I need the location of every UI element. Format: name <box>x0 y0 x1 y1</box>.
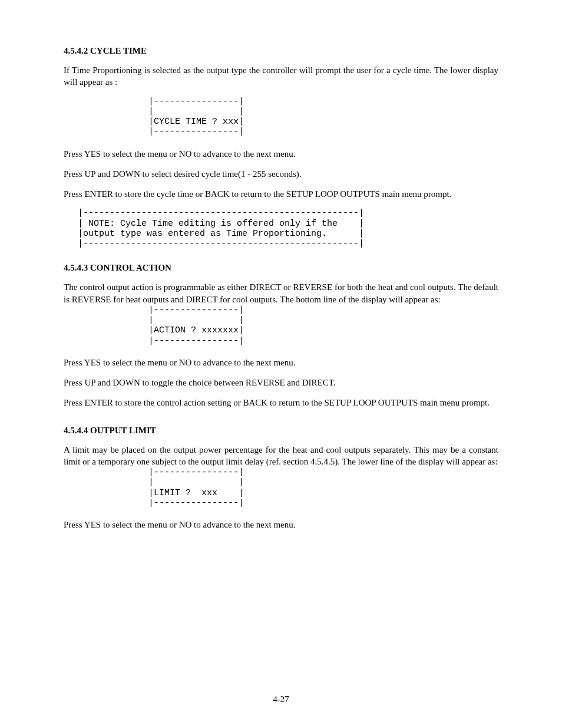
body-paragraph: Press YES to select the menu or NO to ad… <box>64 519 498 531</box>
display-box-action: |----------------| | | |ACTION ? xxxxxxx… <box>64 305 498 346</box>
body-paragraph: If Time Proportioning is selected as the… <box>64 64 498 88</box>
body-paragraph: The control output action is programmabl… <box>64 281 498 305</box>
body-paragraph: A limit may be placed on the output powe… <box>64 444 498 468</box>
body-paragraph: Press YES to select the menu or NO to ad… <box>64 148 498 160</box>
body-paragraph: Press ENTER to store the cycle time or B… <box>64 188 498 200</box>
page: 4.5.4.2 CYCLE TIME If Time Proportioning… <box>0 0 562 728</box>
section-heading-cycle-time: 4.5.4.2 CYCLE TIME <box>64 46 498 56</box>
body-paragraph: Press UP and DOWN to select desired cycl… <box>64 168 498 180</box>
page-number: 4-27 <box>0 694 562 704</box>
body-paragraph: Press ENTER to store the control action … <box>64 397 498 409</box>
section-heading-control-action: 4.5.4.3 CONTROL ACTION <box>64 263 498 273</box>
section-heading-output-limit: 4.5.4.4 OUTPUT LIMIT <box>64 426 498 436</box>
display-box-limit: |----------------| | | |LIMIT ? xxx | |-… <box>64 467 498 508</box>
note-box: |---------------------------------------… <box>64 208 498 249</box>
display-box-cycle-time: |----------------| | | |CYCLE TIME ? xxx… <box>64 97 498 137</box>
body-paragraph: Press UP and DOWN to toggle the choice b… <box>64 377 498 388</box>
body-paragraph: Press YES to select the menu or NO to ad… <box>64 357 498 368</box>
